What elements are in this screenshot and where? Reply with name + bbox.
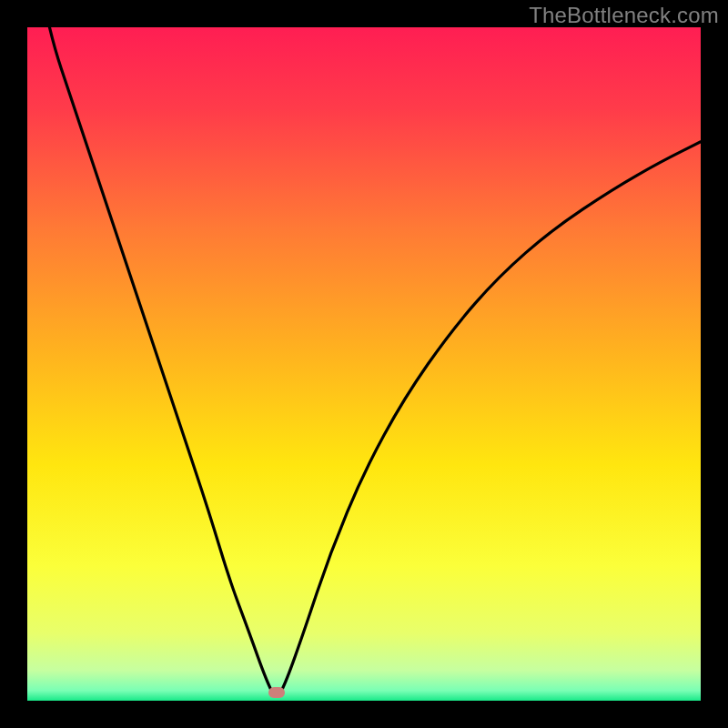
- optimal-point-marker: [268, 687, 285, 698]
- bottleneck-curve: [27, 27, 701, 701]
- plot-area: [27, 27, 701, 701]
- chart-frame: TheBottleneck.com: [0, 0, 728, 728]
- source-watermark: TheBottleneck.com: [529, 3, 719, 28]
